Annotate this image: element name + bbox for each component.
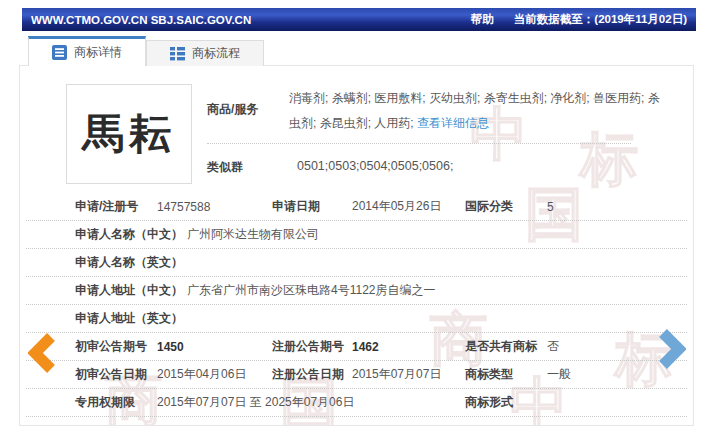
table-row: 初审公告期号 1450 注册公告期号 1462 是否共有商标 否 xyxy=(26,333,687,361)
exclusive-period-label: 专用权期限 xyxy=(75,394,157,411)
trademark-detail-panel: 中 国 标 商 标 商 国 中 馬耘 商品/服务 消毒剂; 杀螨剂; 医用敷料;… xyxy=(19,65,694,426)
chevron-right-icon xyxy=(656,328,686,370)
tab-label: 商标详情 xyxy=(74,44,122,61)
list-icon xyxy=(170,46,185,61)
table-row: 申请人地址（中文） 广东省广州市南沙区珠电路4号1122房自编之一 xyxy=(26,277,687,305)
tab-trademark-process[interactable]: 商标流程 xyxy=(146,40,264,66)
tab-trademark-detail[interactable]: 商标详情 xyxy=(28,36,146,66)
table-row: 申请人名称（中文） 广州阿米达生物有限公司 xyxy=(26,221,687,249)
table-row: 专用权期限 2015年07月07日 至 2025年07月06日 商标形式 xyxy=(26,389,687,417)
applicant-cn-label: 申请人名称（中文） xyxy=(75,226,187,243)
trademark-image: 馬耘 xyxy=(66,84,192,184)
chevron-left-icon xyxy=(28,332,58,374)
table-row: 申请/注册号 14757588 申请日期 2014年05月26日 国际分类 5 xyxy=(26,193,687,221)
site-urls[interactable]: WWW.CTMO.GOV.CN SBJ.SAIC.GOV.CN xyxy=(31,14,251,26)
address-en-label: 申请人地址（英文） xyxy=(75,310,187,327)
goods-services-label: 商品/服务 xyxy=(207,86,289,136)
app-date-value: 2014年05月26日 xyxy=(352,198,465,215)
trademark-summary-section: 馬耘 商品/服务 消毒剂; 杀螨剂; 医用敷料; 灭幼虫剂; 杀寄生虫剂; 净化… xyxy=(20,66,693,193)
table-row: 初审公告日期 2015年04月06日 注册公告日期 2015年07月07日 商标… xyxy=(26,361,687,389)
address-cn-label: 申请人地址（中文） xyxy=(75,282,187,299)
reg-no-value: 14757588 xyxy=(157,200,272,214)
first-gazette-no-label: 初审公告期号 xyxy=(75,338,157,355)
exclusive-period-value: 2015年07月07日 至 2025年07月06日 xyxy=(157,394,465,411)
document-lines-icon xyxy=(52,45,67,60)
first-gazette-date-value: 2015年04月06日 xyxy=(157,366,272,383)
reg-gazette-no-label: 注册公告期号 xyxy=(272,338,352,355)
applicant-en-label: 申请人名称（英文） xyxy=(75,254,187,271)
help-link[interactable]: 帮助 xyxy=(471,12,494,27)
tab-label: 商标流程 xyxy=(192,45,240,62)
next-arrow-button[interactable] xyxy=(656,328,686,370)
data-cutoff-text: 当前数据截至：(2019年11月02日) xyxy=(514,12,687,27)
first-gazette-no-value: 1450 xyxy=(157,340,272,354)
intl-class-value: 5 xyxy=(547,200,687,214)
reg-gazette-date-value: 2015年07月07日 xyxy=(352,366,465,383)
table-row: 申请人地址（英文） xyxy=(26,305,687,333)
first-gazette-date-label: 初审公告日期 xyxy=(75,366,157,383)
app-date-label: 申请日期 xyxy=(272,198,352,215)
topbar: WWW.CTMO.GOV.CN SBJ.SAIC.GOV.CN 帮助 当前数据截… xyxy=(22,8,696,31)
reg-gazette-no-value: 1462 xyxy=(352,340,465,354)
mark-form-label: 商标形式 xyxy=(465,394,547,411)
goods-services-value: 消毒剂; 杀螨剂; 医用敷料; 灭幼虫剂; 杀寄生虫剂; 净化剂; 兽医用药; … xyxy=(289,86,679,136)
reg-no-label: 申请/注册号 xyxy=(75,198,157,215)
divider xyxy=(207,143,631,144)
table-row: 申请人名称（英文） xyxy=(26,249,687,277)
tab-bar: 商标详情 商标流程 xyxy=(28,36,264,66)
shared-mark-label: 是否共有商标 xyxy=(465,338,547,355)
trademark-detail-page: WWW.CTMO.GOV.CN SBJ.SAIC.GOV.CN 帮助 当前数据截… xyxy=(0,0,717,431)
similar-group-value: 0501;0503;0504;0505;0506; xyxy=(297,159,453,176)
similar-group-label: 类似群 xyxy=(207,159,297,176)
view-details-link[interactable]: 查看详细信息 xyxy=(417,116,489,130)
applicant-cn-value: 广州阿米达生物有限公司 xyxy=(187,226,687,243)
reg-gazette-date-label: 注册公告日期 xyxy=(272,366,352,383)
intl-class-label: 国际分类 xyxy=(465,198,547,215)
prev-arrow-button[interactable] xyxy=(28,332,58,374)
address-cn-value: 广东省广州市南沙区珠电路4号1122房自编之一 xyxy=(187,282,687,299)
mark-type-label: 商标类型 xyxy=(465,366,547,383)
